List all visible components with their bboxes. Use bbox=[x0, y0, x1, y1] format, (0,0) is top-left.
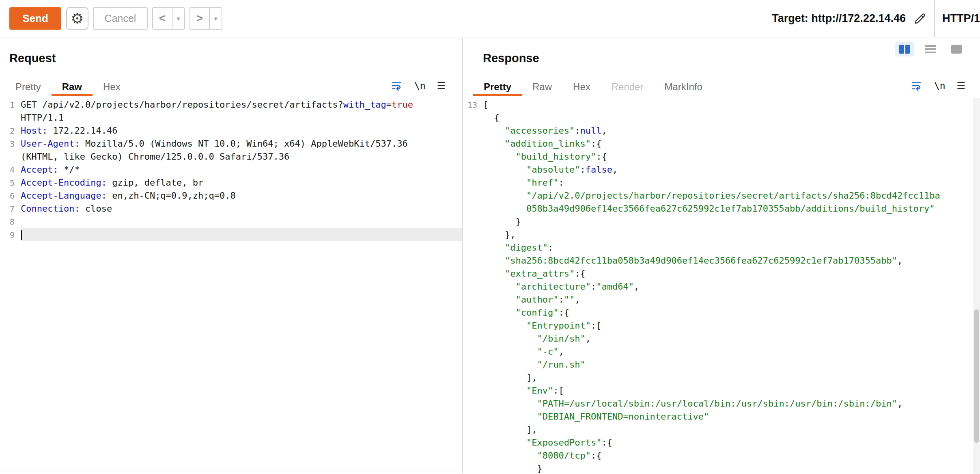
line-number bbox=[463, 423, 477, 436]
code-text[interactable] bbox=[21, 215, 462, 228]
http-version-selector[interactable]: HTTP/1 bbox=[942, 12, 980, 25]
code-text[interactable]: Accept-Encoding: gzip, deflate, br bbox=[21, 176, 462, 189]
line-number bbox=[463, 410, 477, 423]
response-editor[interactable]: 13[ { "accessories":null, "addition_link… bbox=[463, 98, 980, 474]
target-label: Target: http://172.22.14.46 bbox=[772, 12, 906, 25]
single-layout-icon bbox=[951, 45, 962, 54]
prev-history-caret-icon[interactable]: ▾ bbox=[172, 8, 184, 29]
code-line: "href": bbox=[463, 176, 980, 189]
line-number bbox=[463, 111, 477, 124]
tab-request-hex[interactable]: Hex bbox=[93, 79, 131, 96]
send-button[interactable]: Send bbox=[9, 7, 61, 30]
scrollbar-thumb[interactable] bbox=[974, 310, 979, 443]
code-line: "ExposedPorts":{ bbox=[463, 436, 980, 449]
line-number bbox=[463, 371, 477, 384]
code-text[interactable]: HTTP/1.1 bbox=[21, 111, 462, 124]
code-line: 13[ bbox=[463, 98, 980, 111]
code-line[interactable]: 8 bbox=[0, 215, 462, 228]
code-text[interactable]: (KHTML, like Gecko) Chrome/125.0.0.0 Saf… bbox=[21, 150, 462, 163]
line-number: 7 bbox=[0, 202, 15, 215]
code-line[interactable]: 2Host: 172.22.14.46 bbox=[0, 124, 462, 137]
code-line: "accessories":null, bbox=[463, 124, 980, 137]
code-line[interactable]: 1GET /api/v2.0/projects/harbor/repositor… bbox=[0, 98, 462, 111]
response-tabs: Pretty Raw Hex Render MarkInfo \n ☰ bbox=[463, 77, 980, 96]
response-panel: Response Pretty Raw Hex Render MarkInfo … bbox=[463, 37, 980, 474]
layout-columns-button[interactable] bbox=[895, 42, 914, 56]
line-number bbox=[463, 358, 477, 371]
show-newlines-toggle[interactable]: \n bbox=[934, 80, 946, 91]
code-text[interactable]: Host: 172.22.14.46 bbox=[21, 124, 462, 137]
code-text[interactable]: User-Agent: Mozilla/5.0 (Windows NT 10.0… bbox=[21, 137, 462, 150]
code-line: "/bin/sh", bbox=[463, 332, 980, 345]
code-line[interactable]: 3User-Agent: Mozilla/5.0 (Windows NT 10.… bbox=[0, 137, 462, 150]
code-text: } bbox=[483, 215, 980, 228]
response-scrollbar[interactable] bbox=[973, 98, 980, 474]
response-menu-button[interactable]: ☰ bbox=[956, 80, 965, 91]
line-number bbox=[463, 319, 477, 332]
code-text: "Entrypoint":[ bbox=[483, 319, 980, 332]
word-wrap-toggle[interactable] bbox=[390, 80, 403, 92]
code-text[interactable]: GET /api/v2.0/projects/harbor/repositori… bbox=[21, 98, 462, 111]
code-line: "Entrypoint":[ bbox=[463, 319, 980, 332]
code-line[interactable]: HTTP/1.1 bbox=[0, 111, 462, 124]
chevron-right-icon[interactable]: > bbox=[190, 8, 209, 29]
prev-request-button[interactable]: < ▾ bbox=[152, 7, 185, 30]
word-wrap-icon bbox=[390, 80, 403, 92]
target-group: Target: http://172.22.14.46 HTTP/1 bbox=[772, 0, 980, 37]
next-request-button[interactable]: > ▾ bbox=[190, 7, 222, 30]
code-text[interactable] bbox=[21, 228, 462, 241]
code-line: ], bbox=[463, 371, 980, 384]
line-number: 5 bbox=[0, 176, 15, 189]
code-line[interactable]: 6Accept-Language: en,zh-CN;q=0.9,zh;q=0.… bbox=[0, 189, 462, 202]
code-line[interactable]: 9 bbox=[0, 228, 462, 241]
code-line: "build_history":{ bbox=[463, 150, 980, 163]
word-wrap-toggle[interactable] bbox=[910, 80, 923, 92]
settings-button[interactable]: ⚙ bbox=[66, 7, 88, 30]
layout-rows-button[interactable] bbox=[921, 42, 940, 56]
tab-response-pretty[interactable]: Pretty bbox=[473, 79, 522, 96]
code-text: ], bbox=[483, 423, 980, 436]
code-line[interactable]: 5Accept-Encoding: gzip, deflate, br bbox=[0, 176, 462, 189]
code-text[interactable]: Accept-Language: en,zh-CN;q=0.9,zh;q=0.8 bbox=[21, 189, 462, 202]
request-title: Request bbox=[9, 51, 462, 65]
code-line: "/api/v2.0/projects/harbor/repositories/… bbox=[463, 189, 980, 202]
layout-single-button[interactable] bbox=[947, 42, 966, 56]
line-number: 4 bbox=[0, 163, 15, 176]
line-number bbox=[463, 228, 477, 241]
request-hscrollbar[interactable] bbox=[0, 470, 462, 470]
cancel-button[interactable]: Cancel bbox=[93, 7, 148, 30]
next-history-caret-icon[interactable]: ▾ bbox=[209, 8, 222, 29]
code-line: "PATH=/usr/local/sbin:/usr/local/bin:/us… bbox=[463, 397, 980, 410]
code-line[interactable]: (KHTML, like Gecko) Chrome/125.0.0.0 Saf… bbox=[0, 150, 462, 163]
line-number bbox=[463, 293, 477, 306]
line-number: 3 bbox=[0, 137, 15, 150]
chevron-left-icon[interactable]: < bbox=[153, 8, 172, 29]
request-menu-button[interactable]: ☰ bbox=[437, 80, 446, 91]
tab-response-hex[interactable]: Hex bbox=[562, 79, 601, 96]
code-text: "accessories":null, bbox=[483, 124, 980, 137]
line-number bbox=[463, 150, 477, 163]
line-number bbox=[463, 215, 477, 228]
tab-response-render[interactable]: Render bbox=[601, 79, 654, 96]
code-text: ], bbox=[483, 371, 980, 384]
code-text: "author":"", bbox=[483, 293, 980, 306]
rows-layout-icon bbox=[925, 45, 936, 47]
code-line[interactable]: 7Connection: close bbox=[0, 202, 462, 215]
code-text: [ bbox=[483, 98, 980, 111]
code-line: "8080/tcp":{ bbox=[463, 449, 980, 462]
tab-response-raw[interactable]: Raw bbox=[522, 79, 562, 96]
code-text[interactable]: Accept: */* bbox=[21, 163, 462, 176]
code-line: "extra_attrs":{ bbox=[463, 267, 980, 280]
code-text: "DEBIAN_FRONTEND=noninteractive" bbox=[483, 410, 980, 423]
line-number bbox=[463, 332, 477, 345]
request-editor-icons: \n ☰ bbox=[390, 80, 446, 92]
code-text[interactable]: Connection: close bbox=[21, 202, 462, 215]
edit-target-button[interactable] bbox=[913, 12, 927, 26]
tab-request-raw[interactable]: Raw bbox=[52, 79, 93, 96]
tab-response-markinfo[interactable]: MarkInfo bbox=[654, 79, 713, 96]
code-text: "config":{ bbox=[483, 306, 980, 319]
show-newlines-toggle[interactable]: \n bbox=[414, 80, 426, 91]
request-editor[interactable]: 1GET /api/v2.0/projects/harbor/repositor… bbox=[0, 98, 462, 241]
code-line[interactable]: 4Accept: */* bbox=[0, 163, 462, 176]
tab-request-pretty[interactable]: Pretty bbox=[5, 79, 52, 96]
